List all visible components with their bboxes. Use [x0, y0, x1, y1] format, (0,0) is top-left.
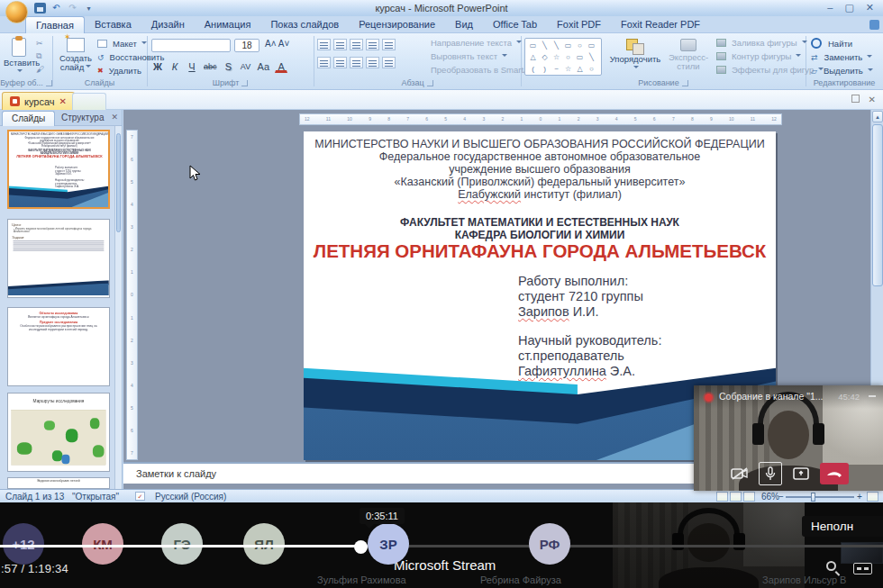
participant-avatar[interactable]: КМ [82, 523, 123, 565]
numbering-button[interactable] [333, 39, 347, 50]
new-slide-button[interactable]: Создать слайд [56, 37, 96, 84]
bullets-button[interactable] [317, 39, 331, 50]
font-style-button[interactable]: S [223, 59, 235, 73]
font-name-combobox[interactable] [151, 39, 231, 52]
font-style-button[interactable]: Аа [257, 59, 271, 73]
microphone-icon[interactable] [759, 462, 782, 485]
ribbon-tab[interactable]: Анимация [195, 16, 261, 33]
font-style-button[interactable]: AV [240, 59, 252, 73]
scroll-up-icon[interactable]: ▲ [872, 111, 883, 122]
minimize-icon[interactable] [869, 395, 876, 397]
shape-icon[interactable]: ╲ [586, 51, 597, 63]
zoom-in-icon[interactable]: + [857, 492, 862, 502]
shape-icon[interactable]: ╲ [551, 40, 562, 51]
ribbon-tab[interactable]: Показ слайдов [260, 16, 349, 33]
ribbon-tab[interactable]: Вид [445, 16, 483, 33]
close-button[interactable]: ✕ [866, 2, 874, 13]
font-size-combobox[interactable]: 18 [234, 39, 259, 52]
zoom-level[interactable]: 66% [761, 492, 779, 502]
increase-indent-button[interactable] [366, 39, 379, 50]
arrange-button[interactable]: Упорядочить [609, 37, 661, 84]
shape-icon[interactable]: ) [539, 63, 551, 75]
dialog-launcher-icon[interactable] [682, 80, 688, 86]
shape-icon[interactable]: ○ [586, 63, 597, 75]
font-style-button[interactable]: abc [203, 59, 218, 73]
font-style-button[interactable]: А [275, 59, 287, 73]
close-pane-icon[interactable]: ✕ [111, 113, 118, 122]
tab-slides[interactable]: Слайды [2, 111, 55, 126]
close-tab-icon[interactable]: ✕ [59, 96, 67, 106]
slide-thumbnail-2[interactable]: Цели: - Изучить видовое многообразие лет… [7, 219, 110, 298]
shape-icon[interactable]: ~ [551, 63, 562, 75]
shape-icon[interactable]: ▭ [527, 40, 539, 51]
playhead[interactable] [354, 540, 368, 554]
document-tab[interactable]: курсач ✕ [2, 92, 75, 110]
shape-icon[interactable]: ▭ [574, 51, 586, 63]
dialog-launcher-icon[interactable] [46, 80, 52, 86]
font-style-button[interactable]: Ч [186, 59, 198, 73]
language-status[interactable]: Русский (Россия) [155, 492, 226, 502]
fit-to-window-button[interactable] [867, 492, 878, 502]
pane-scrollbar[interactable] [114, 126, 122, 489]
ribbon-tab[interactable]: Office Tab [483, 16, 547, 33]
shape-icon[interactable]: ○ [574, 40, 586, 51]
shape-icon[interactable]: ( [527, 63, 539, 75]
shape-effects-button[interactable]: Эффекты для фигур [716, 65, 824, 75]
shape-icon[interactable]: ☆ [562, 63, 574, 75]
zoom-slider[interactable] [786, 496, 854, 498]
participant-avatar[interactable]: +12 [3, 523, 44, 565]
font-style-button[interactable]: Ж [151, 59, 164, 73]
find-button[interactable]: Найти [811, 38, 873, 49]
zoom-slider-thumb[interactable] [811, 493, 815, 502]
shape-icon[interactable]: △ [574, 63, 586, 75]
shape-icon[interactable]: ◇ [539, 51, 551, 63]
copy-icon[interactable]: ⧉ [36, 51, 44, 61]
scrollbar-thumb[interactable] [872, 124, 883, 286]
paste-button[interactable]: Вставить [4, 37, 34, 84]
pane-scrollbar-thumb[interactable] [116, 133, 121, 232]
slide-thumbnail-3[interactable]: Объекты исследования Является орнитофаун… [7, 307, 110, 386]
participant-avatar[interactable]: РФ [529, 523, 570, 565]
columns-button[interactable] [382, 57, 396, 68]
align-left-button[interactable] [317, 57, 331, 68]
participant-avatar[interactable]: ЯЛ [243, 523, 285, 565]
minimize-button[interactable]: – [827, 2, 833, 13]
slideshow-button[interactable] [743, 492, 755, 502]
shape-icon[interactable]: ○ [562, 51, 574, 63]
new-document-tab[interactable] [72, 93, 106, 110]
shape-icon[interactable]: ▭ [562, 40, 574, 51]
ribbon-tab[interactable]: Дизайн [141, 16, 195, 33]
ribbon-help-icon[interactable] [869, 20, 879, 30]
ribbon-tab[interactable]: Главная [25, 16, 85, 33]
font-style-button[interactable]: К [168, 59, 181, 73]
camera-off-icon[interactable] [729, 464, 751, 484]
shape-icon[interactable]: ▭ [586, 40, 597, 51]
format-painter-icon[interactable]: 🖌 [36, 65, 44, 74]
slide-thumbnail-4[interactable]: Маршруты исследования [7, 393, 110, 472]
cut-icon[interactable]: ✂ [36, 39, 44, 48]
search-icon[interactable] [826, 561, 836, 571]
slide-thumbnail-5[interactable]: Видовое многообразие летней [7, 477, 110, 489]
shape-icon[interactable]: ╲ [539, 40, 551, 51]
teams-meeting-overlay[interactable]: Собрание в канале "1... 45:42 [694, 385, 883, 491]
close-document-icon[interactable]: ✕ [869, 95, 876, 104]
tab-outline[interactable]: Структура [54, 111, 111, 126]
ribbon-tab[interactable]: Foxit Reader PDF [611, 16, 710, 33]
participant-avatar[interactable]: ЗР [368, 523, 409, 565]
share-screen-icon[interactable] [790, 464, 812, 484]
tab-menu-icon[interactable] [851, 95, 860, 103]
timeline-progress[interactable] [0, 545, 361, 547]
ribbon-tab[interactable]: Вставка [85, 16, 141, 33]
slide-sorter-button[interactable] [730, 492, 742, 502]
align-center-button[interactable] [333, 57, 347, 68]
office-button[interactable] [5, 1, 28, 23]
font-grow-shrink[interactable]: A˄ A˅ [265, 39, 289, 49]
decrease-indent-button[interactable] [350, 39, 363, 50]
captions-icon[interactable] [853, 563, 872, 574]
participant-avatar[interactable]: ГЭ [161, 523, 203, 565]
line-spacing-button[interactable] [382, 39, 396, 50]
hang-up-button[interactable] [820, 463, 849, 484]
maximize-button[interactable]: ▢ [844, 2, 853, 13]
shape-icon[interactable]: ☆ [551, 51, 562, 63]
slide-thumbnail-1[interactable]: МИНИСТЕРСТВО НАУКИ И ВЫСШЕГО ОБРАЗОВАНИЯ… [7, 130, 110, 209]
